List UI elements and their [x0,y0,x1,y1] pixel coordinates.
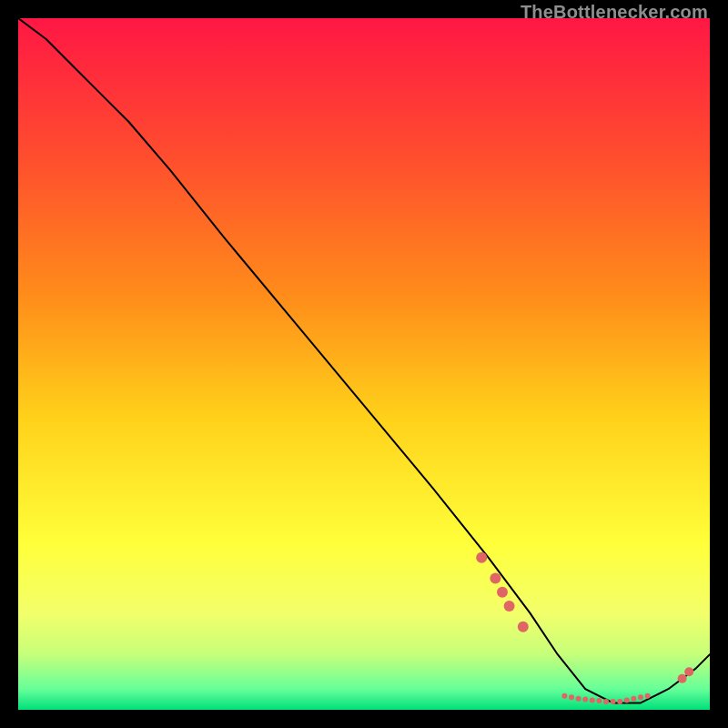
data-marker [561,693,567,699]
data-marker [576,696,581,702]
chart-svg [18,18,710,710]
chart-frame [18,18,710,710]
data-marker [497,587,508,598]
data-marker [638,694,643,700]
data-marker [518,622,529,632]
data-marker [596,698,602,703]
data-marker [631,696,636,702]
data-marker [490,573,500,584]
watermark-text: TheBottlenecker.com [521,2,708,23]
gradient-background [18,18,710,710]
data-marker [590,697,595,703]
data-marker [624,697,630,703]
data-marker [645,693,651,699]
data-marker [569,694,574,700]
data-marker [678,674,687,683]
data-marker [603,699,609,704]
data-marker [504,601,515,612]
data-marker [582,697,588,703]
data-marker [617,699,622,704]
data-marker [684,667,693,676]
data-marker [476,552,487,563]
data-marker [611,699,616,704]
